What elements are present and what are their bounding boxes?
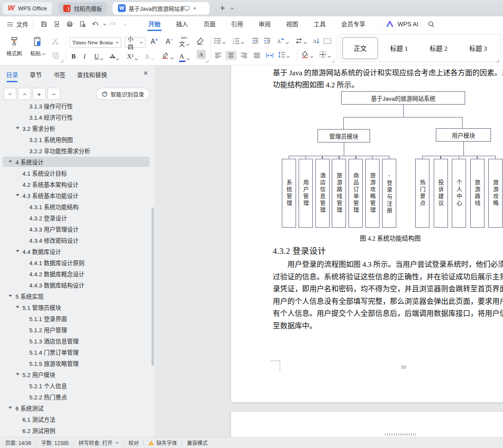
file-menu[interactable]: 文件 [16, 20, 28, 28]
line-spacing-chevron-icon[interactable] [287, 55, 290, 58]
strikethrough-button[interactable]: A [110, 50, 119, 60]
toc-item[interactable]: 3.1.3 操作可行性 [0, 103, 155, 111]
text-effects-button[interactable]: A [145, 50, 154, 60]
undo-chevron-icon[interactable] [103, 22, 106, 25]
font-size-combo[interactable]: 小四 [125, 37, 145, 48]
sidebar-tab[interactable]: 查找和替换 [77, 70, 107, 82]
clipboard-dialog-launcher[interactable] [60, 59, 63, 62]
toc-item[interactable]: 5.2 用户模块 [0, 369, 155, 380]
style-preset[interactable]: 标题 2 [420, 36, 457, 60]
collapse-arrow-icon[interactable] [16, 250, 19, 252]
toc-item[interactable]: 3.2.1 系统用例图 [0, 134, 155, 145]
toc-item[interactable]: 5.1.5 旅游攻略管理 [0, 358, 155, 369]
toc-item[interactable]: 3.1.4 经济可行性 [0, 111, 155, 123]
export-button[interactable] [52, 19, 62, 29]
toc-item[interactable]: 5.1 管理员模块 [0, 302, 155, 313]
missing-font-warning[interactable]: ! 缺失字体 [148, 439, 177, 446]
borders-chevron-icon[interactable] [328, 55, 331, 58]
toc-item[interactable]: 5 系统实现 [0, 290, 155, 302]
numbered-chevron-icon[interactable] [241, 41, 244, 44]
collapse-arrow-icon[interactable] [9, 407, 12, 409]
toc-item[interactable]: 5.1.4 门票订单管理 [0, 346, 155, 358]
style-preset[interactable]: 正文 [342, 37, 378, 59]
toc-item[interactable]: 5.2.2 热门景点 [0, 391, 155, 402]
toc-zoom-out-button[interactable]: − [47, 88, 60, 100]
wps-ai-label[interactable]: WPS AI [398, 21, 418, 28]
toc-item[interactable]: 5.1.3 酒店信息管理 [0, 335, 155, 346]
new-tab-button[interactable]: + [220, 4, 225, 12]
format-painter-button[interactable]: 格式刷 [3, 36, 26, 57]
ribbon-tab[interactable]: 引用 [223, 16, 251, 32]
ltr-rtl-chevron-icon[interactable] [304, 41, 307, 44]
hamburger-menu-icon[interactable] [7, 22, 13, 26]
collapse-arrow-icon[interactable] [9, 295, 12, 297]
font-name-combo[interactable]: Times New Roma [69, 37, 121, 48]
bullet-chevron-icon[interactable] [222, 41, 225, 44]
compat-mode-indicator[interactable]: 兼容模式 [187, 439, 207, 446]
style-preset[interactable]: 标题 1 [380, 36, 418, 60]
sidebar-tab[interactable]: 目录 [6, 70, 18, 82]
search-icon[interactable] [426, 19, 436, 29]
toc-item[interactable]: 3.2 需求分析 [0, 123, 155, 134]
spellcheck-toggle[interactable]: 拼写检查: 打开 [79, 439, 119, 446]
redo-button[interactable] [107, 19, 117, 29]
font-color-button[interactable]: A [179, 50, 189, 60]
toc-item[interactable]: 4.4.2 数据库概念设计 [0, 268, 155, 279]
page-setup-button[interactable] [324, 38, 331, 45]
paste-chevron-icon[interactable] [42, 52, 45, 55]
document-page-next[interactable] [231, 412, 503, 437]
copy-button[interactable] [52, 52, 59, 61]
toc-item[interactable]: 5.1.2 用户管理 [0, 324, 155, 335]
toc-collapse-button[interactable] [18, 88, 31, 100]
strikethrough-chevron-icon[interactable] [116, 57, 119, 60]
character-shading-button[interactable]: A [197, 50, 206, 59]
font-color-chevron-icon[interactable] [187, 57, 190, 60]
ribbon-tab[interactable]: 插入 [168, 16, 196, 32]
toc-item[interactable]: 4.3.4 修改密码设计 [0, 235, 155, 246]
sidebar-tab[interactable]: 书签 [53, 70, 65, 82]
tab-docer-templates[interactable]: 找稻壳模板 [58, 2, 107, 15]
toc-item[interactable]: 4.4 数据库设计 [0, 246, 155, 257]
text-direction-button[interactable]: A [277, 37, 288, 46]
ribbon-tab[interactable]: 会员专享 [333, 16, 373, 32]
document-page-14[interactable]: 基于 Java 的旅游网站系统的设计和实现应综合考虑上述各方面的因素。系功能结构… [231, 65, 503, 402]
paste-button[interactable]: 粘贴 [26, 36, 49, 57]
toc-item[interactable]: 6.1 测试方法 [0, 414, 155, 425]
toc-item[interactable]: 4.3.1 系统功能结构 [0, 201, 155, 212]
collapse-arrow-icon[interactable] [16, 127, 19, 129]
cut-button[interactable] [52, 38, 59, 46]
collapse-arrow-icon[interactable] [16, 306, 19, 308]
tab-list-chevron-icon[interactable] [231, 6, 234, 9]
smart-toc-button[interactable]: 智能识别目录 [96, 88, 150, 100]
print-preview-button[interactable] [77, 19, 88, 29]
collapse-arrow-icon[interactable] [16, 194, 19, 196]
italic-button[interactable]: I [83, 50, 86, 60]
decrease-indent-button[interactable] [252, 37, 259, 45]
underline-button[interactable]: U [94, 50, 103, 60]
style-preset[interactable]: 标题 3 [459, 36, 497, 60]
toc-item[interactable]: 3.2.2 非功能性需求分析 [0, 145, 155, 156]
highlight-button[interactable] [162, 49, 173, 59]
toc-item[interactable]: 4.3 系统基本功能设计 [0, 190, 155, 201]
phonetic-guide-button[interactable]: wén文 [179, 37, 189, 48]
increase-font-button[interactable]: A+ [151, 37, 158, 46]
styles-dialog-launcher[interactable] [496, 59, 499, 62]
tab-document[interactable]: W 基于Java的旅游网站系统设计 [113, 2, 210, 15]
align-right-button[interactable] [238, 51, 250, 60]
ribbon-tab[interactable]: 审阅 [251, 16, 278, 32]
close-sidebar-icon[interactable]: × [143, 69, 148, 77]
sort-button[interactable]: A [313, 37, 320, 46]
toc-item[interactable]: 5.2.1 个人信息 [0, 380, 155, 391]
toc-item[interactable]: 4.4.1 数据库设计原则 [0, 257, 155, 268]
tab-wps-office[interactable]: W WPS Office [3, 2, 52, 15]
highlight-chevron-icon[interactable] [170, 56, 173, 59]
toc-item[interactable]: 4.2 系统基本架构设计 [0, 179, 155, 190]
increase-indent-button[interactable] [264, 37, 271, 45]
sidebar-tab[interactable]: 章节 [30, 70, 42, 82]
collapse-arrow-icon[interactable] [16, 373, 19, 375]
align-center-button[interactable] [225, 51, 237, 60]
proofread-button[interactable]: 校对 [128, 439, 139, 446]
bullet-list-button[interactable] [214, 37, 225, 46]
paragraph-dialog-launcher[interactable] [331, 59, 334, 62]
toc-item[interactable]: 4 系统设计 [0, 156, 155, 167]
